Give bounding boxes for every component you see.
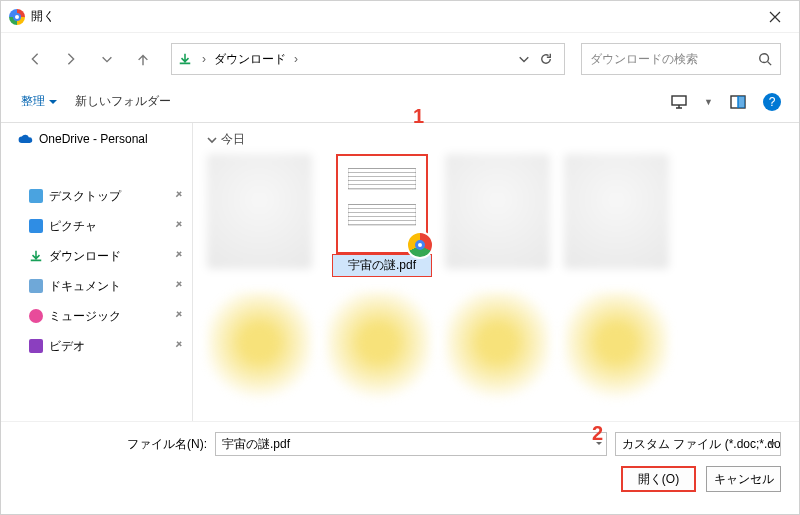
sidebar-item-videos[interactable]: ビデオ: [1, 331, 192, 361]
section-header[interactable]: 今日: [207, 131, 785, 148]
file-thumbnail[interactable]: [445, 291, 550, 406]
chrome-icon: [9, 9, 25, 25]
cancel-button[interactable]: キャンセル: [706, 466, 781, 492]
pictures-icon: [29, 219, 43, 233]
sidebar: OneDrive - Personal デスクトップ ピクチャ ダウンロード ド…: [1, 123, 193, 421]
titlebar: 開く: [1, 1, 799, 33]
file-thumbnail[interactable]: [326, 291, 431, 406]
dropdown-caret-icon[interactable]: ▼: [704, 97, 713, 107]
file-thumbnail[interactable]: [445, 154, 550, 269]
pin-icon: [169, 248, 186, 265]
open-button[interactable]: 開く(O): [621, 466, 696, 492]
file-thumbnail[interactable]: [564, 154, 669, 269]
toolbar: 整理 新しいフォルダー ▼ ?: [1, 85, 799, 123]
svg-rect-1: [672, 96, 686, 105]
sidebar-item-label: デスクトップ: [49, 188, 121, 205]
sidebar-item-label: ミュージック: [49, 308, 121, 325]
filetype-filter[interactable]: カスタム ファイル (*.doc;*.docx;*.xls: [615, 432, 781, 456]
arrow-up-icon: [136, 52, 150, 66]
organize-menu[interactable]: 整理: [19, 89, 59, 114]
main-area: OneDrive - Personal デスクトップ ピクチャ ダウンロード ド…: [1, 123, 799, 421]
preview-pane-button[interactable]: [727, 91, 749, 113]
sidebar-item-pictures[interactable]: ピクチャ: [1, 211, 192, 241]
documents-icon: [29, 279, 43, 293]
monitor-icon: [671, 94, 687, 110]
music-icon: [29, 309, 43, 323]
file-thumbnail[interactable]: [564, 291, 669, 406]
sidebar-item-label: ドキュメント: [49, 278, 121, 295]
pin-icon: [169, 338, 186, 355]
filename-input[interactable]: 宇宙の謎.pdf: [215, 432, 607, 456]
pin-icon: [169, 218, 186, 235]
chevron-down-icon: [207, 135, 217, 145]
recent-dropdown[interactable]: [91, 44, 123, 74]
desktop-icon: [29, 189, 43, 203]
view-mode-button[interactable]: [668, 91, 690, 113]
chrome-badge-icon: [406, 231, 434, 259]
search-input[interactable]: ダウンロードの検索: [581, 43, 781, 75]
annotation-marker-2: 2: [592, 422, 603, 445]
svg-point-0: [760, 54, 769, 63]
arrow-left-icon: [28, 52, 42, 66]
window-title: 開く: [31, 8, 55, 25]
refresh-icon[interactable]: [540, 53, 552, 65]
cloud-icon: [17, 133, 33, 145]
sidebar-item-label: OneDrive - Personal: [39, 132, 148, 146]
chevron-right-icon: ›: [198, 52, 210, 66]
panel-icon: [730, 94, 746, 110]
sidebar-item-music[interactable]: ミュージック: [1, 301, 192, 331]
pin-icon: [169, 188, 186, 205]
close-icon: [769, 11, 781, 23]
file-thumbnail[interactable]: [207, 291, 312, 406]
chevron-right-icon: ›: [290, 52, 302, 66]
help-button[interactable]: ?: [763, 93, 781, 111]
sidebar-item-label: ダウンロード: [49, 248, 121, 265]
chevron-down-icon[interactable]: [518, 53, 530, 65]
pin-icon: [169, 308, 186, 325]
up-button[interactable]: [127, 44, 159, 74]
address-bar[interactable]: › ダウンロード ›: [171, 43, 565, 75]
downloads-icon: [178, 52, 192, 66]
new-folder-button[interactable]: 新しいフォルダー: [73, 89, 173, 114]
search-placeholder: ダウンロードの検索: [590, 51, 698, 68]
chevron-down-icon: [100, 52, 114, 66]
back-button[interactable]: [19, 44, 51, 74]
sidebar-item-desktop[interactable]: デスクトップ: [1, 181, 192, 211]
svg-rect-3: [738, 96, 745, 108]
pin-icon: [169, 278, 186, 295]
close-button[interactable]: [755, 2, 795, 32]
sidebar-item-label: ビデオ: [49, 338, 85, 355]
file-thumbnail[interactable]: [207, 154, 312, 269]
footer: ファイル名(N): 宇宙の謎.pdf カスタム ファイル (*.doc;*.do…: [1, 421, 799, 506]
selected-file-thumbnail[interactable]: 宇宙の謎.pdf: [332, 154, 432, 277]
filename-label: ファイル名(N):: [19, 436, 207, 453]
downloads-icon: [29, 249, 43, 263]
arrow-right-icon: [64, 52, 78, 66]
search-icon: [758, 52, 772, 66]
sidebar-item-onedrive[interactable]: OneDrive - Personal: [1, 125, 192, 153]
chevron-down-icon: [49, 100, 57, 108]
sidebar-item-downloads[interactable]: ダウンロード: [1, 241, 192, 271]
annotation-marker-1: 1: [413, 105, 424, 128]
sidebar-item-documents[interactable]: ドキュメント: [1, 271, 192, 301]
nav-row: › ダウンロード › ダウンロードの検索: [1, 33, 799, 85]
content-area[interactable]: 今日 1 宇宙の謎.pdf: [193, 123, 799, 421]
path-segment[interactable]: ダウンロード: [210, 49, 290, 70]
videos-icon: [29, 339, 43, 353]
forward-button[interactable]: [55, 44, 87, 74]
sidebar-item-label: ピクチャ: [49, 218, 97, 235]
